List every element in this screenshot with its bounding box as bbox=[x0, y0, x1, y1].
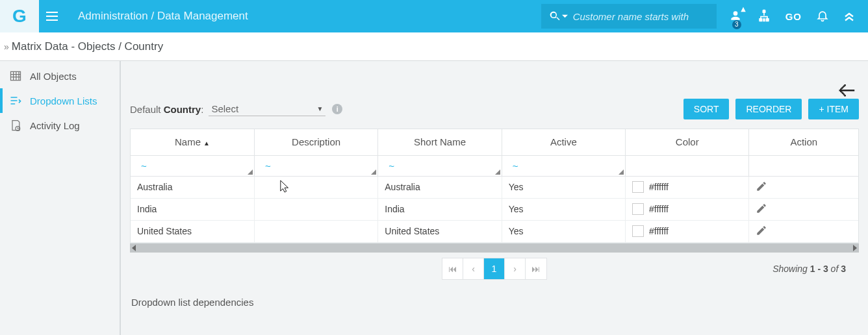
main-panel: 🡠 Default Country: Select ▼ i SORT REORD… bbox=[121, 61, 868, 335]
expand-chevron-icon[interactable]: » bbox=[4, 42, 9, 52]
filter-cell-name[interactable]: ~ bbox=[131, 155, 254, 176]
pager-page[interactable]: 1 bbox=[484, 258, 505, 279]
table-row: United States United States Yes #ffffff bbox=[131, 220, 858, 242]
cell-action bbox=[749, 220, 858, 242]
sidebar-item-label: Activity Log bbox=[30, 120, 80, 131]
table-row: Australia Australia Yes #ffffff bbox=[131, 176, 858, 198]
cell-name: India bbox=[131, 198, 254, 220]
sort-asc-icon: ▲ bbox=[203, 140, 210, 147]
search-container bbox=[541, 4, 717, 29]
search-icon[interactable] bbox=[549, 10, 568, 22]
color-swatch[interactable] bbox=[632, 203, 644, 215]
column-header-action[interactable]: Action bbox=[749, 129, 858, 155]
breadcrumb[interactable]: Administration / Data Management bbox=[78, 10, 248, 23]
table-row: India India Yes #ffffff bbox=[131, 198, 858, 220]
reorder-button[interactable]: REORDER bbox=[735, 99, 802, 119]
filter-cell-active[interactable]: ~ bbox=[502, 155, 625, 176]
filter-cell-description[interactable]: ~ bbox=[254, 155, 377, 176]
back-arrow-icon[interactable]: 🡠 bbox=[838, 81, 855, 101]
cell-description bbox=[254, 220, 377, 242]
default-country-label: Default Country: bbox=[130, 104, 203, 115]
filter-cell-action[interactable] bbox=[749, 155, 858, 176]
go-button[interactable]: GO bbox=[785, 11, 802, 22]
filter-cell-short-name[interactable]: ~ bbox=[378, 155, 502, 176]
filter-handle-icon[interactable] bbox=[495, 169, 500, 175]
column-header-short-name[interactable]: Short Name bbox=[378, 129, 502, 155]
pager-prev[interactable]: ‹ bbox=[463, 258, 484, 279]
column-header-active[interactable]: Active bbox=[502, 129, 625, 155]
column-header-description[interactable]: Description bbox=[254, 129, 377, 155]
cell-color: #ffffff bbox=[626, 176, 749, 198]
app-logo[interactable]: G bbox=[0, 0, 39, 32]
sidebar: All Objects Dropdown Lists Activity Log bbox=[0, 61, 121, 335]
add-item-button[interactable]: + ITEM bbox=[808, 99, 859, 119]
color-swatch[interactable] bbox=[632, 225, 644, 237]
cell-action bbox=[749, 198, 858, 220]
column-header-name[interactable]: Name▲ bbox=[131, 129, 254, 155]
dependencies-heading: Dropdown list dependencies bbox=[130, 294, 859, 318]
search-input[interactable] bbox=[573, 11, 709, 22]
cell-short-name: Australia bbox=[378, 176, 502, 198]
select-placeholder: Select bbox=[211, 103, 238, 114]
chevron-down-icon: ▼ bbox=[316, 105, 323, 112]
sidebar-item-activity-log[interactable]: Activity Log bbox=[0, 113, 120, 138]
cell-action bbox=[749, 176, 858, 198]
data-table: Name▲ Description Short Name Active Colo… bbox=[130, 129, 859, 243]
pager-last[interactable]: ⏭ bbox=[526, 258, 546, 279]
info-icon[interactable]: i bbox=[332, 104, 342, 114]
notification-badge: 3 bbox=[732, 20, 741, 29]
color-swatch[interactable] bbox=[632, 181, 644, 193]
sidebar-item-label: Dropdown Lists bbox=[30, 95, 97, 106]
filter-handle-icon[interactable] bbox=[248, 169, 253, 175]
cell-description bbox=[254, 198, 377, 220]
cell-description bbox=[254, 176, 377, 198]
top-icons: 3 GO bbox=[728, 9, 868, 24]
cell-color: #ffffff bbox=[626, 220, 749, 242]
edit-icon[interactable] bbox=[756, 228, 767, 238]
edit-icon[interactable] bbox=[756, 206, 767, 216]
column-header-color[interactable]: Color bbox=[626, 129, 749, 155]
user-alert-icon[interactable]: 3 bbox=[728, 9, 743, 24]
filter-handle-icon[interactable] bbox=[619, 169, 624, 175]
cell-name: Australia bbox=[131, 176, 254, 198]
horizontal-scrollbar[interactable] bbox=[130, 243, 859, 253]
pager-first[interactable]: ⏮ bbox=[442, 258, 463, 279]
hamburger-menu-icon[interactable] bbox=[39, 12, 65, 21]
svg-rect-0 bbox=[762, 10, 765, 12]
svg-rect-2 bbox=[766, 18, 769, 21]
cell-active: Yes bbox=[502, 198, 625, 220]
default-country-select[interactable]: Select ▼ bbox=[209, 102, 326, 116]
toolbar: Default Country: Select ▼ i SORT REORDER… bbox=[130, 99, 859, 119]
showing-text: Showing 1 - 3 of 3 bbox=[772, 264, 846, 274]
filter-cell-color[interactable] bbox=[626, 155, 749, 176]
cell-short-name: India bbox=[378, 198, 502, 220]
cell-active: Yes bbox=[502, 176, 625, 198]
sidebar-item-all-objects[interactable]: All Objects bbox=[0, 64, 120, 88]
svg-rect-1 bbox=[759, 18, 761, 21]
sidebar-item-dropdown-lists[interactable]: Dropdown Lists bbox=[0, 88, 120, 113]
pagination: ⏮ ‹ 1 › ⏭ Showing 1 - 3 of 3 bbox=[130, 253, 859, 285]
edit-icon[interactable] bbox=[756, 184, 767, 194]
pager-next[interactable]: › bbox=[505, 258, 526, 279]
hierarchy-icon[interactable] bbox=[757, 9, 771, 24]
sidebar-item-label: All Objects bbox=[30, 71, 77, 82]
topbar: G Administration / Data Management 3 GO bbox=[0, 0, 868, 32]
cell-name: United States bbox=[131, 220, 254, 242]
sort-button[interactable]: SORT bbox=[683, 99, 730, 119]
cell-active: Yes bbox=[502, 220, 625, 242]
cell-color: #ffffff bbox=[626, 198, 749, 220]
subheader: » Matrix Data - Objects / Country bbox=[0, 32, 868, 61]
filter-handle-icon[interactable] bbox=[371, 169, 376, 175]
collapse-up-icon[interactable] bbox=[843, 10, 855, 23]
cell-short-name: United States bbox=[378, 220, 502, 242]
bell-icon[interactable] bbox=[816, 9, 829, 24]
page-title: Matrix Data - Objects / Country bbox=[12, 40, 163, 53]
